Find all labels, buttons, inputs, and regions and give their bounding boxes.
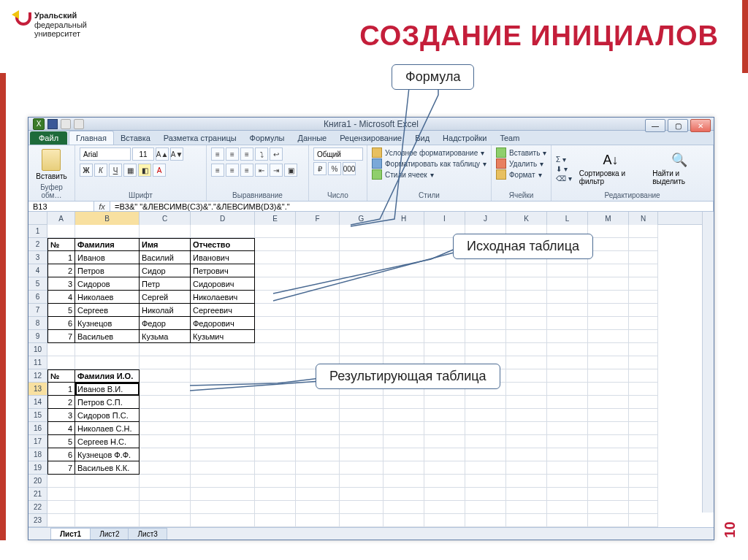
- cell[interactable]: Петров С.П.: [75, 396, 140, 409]
- cell[interactable]: Петров: [75, 264, 140, 277]
- cell[interactable]: [424, 317, 465, 330]
- cell[interactable]: [588, 409, 629, 422]
- cell[interactable]: [465, 422, 506, 435]
- cell[interactable]: [140, 369, 191, 383]
- cell[interactable]: [465, 448, 506, 461]
- cell[interactable]: [424, 291, 465, 304]
- cell[interactable]: [140, 383, 191, 396]
- cell[interactable]: [191, 488, 255, 501]
- minimize-button[interactable]: —: [645, 119, 665, 132]
- cell[interactable]: [47, 343, 75, 356]
- cell[interactable]: [340, 330, 383, 343]
- decrease-font-icon[interactable]: A▼: [170, 147, 183, 161]
- cell[interactable]: [547, 369, 588, 383]
- cell[interactable]: [588, 501, 629, 514]
- cell[interactable]: Сидоров П.С.: [75, 409, 140, 422]
- cell[interactable]: [191, 461, 255, 475]
- fill-button[interactable]: ⬇ ▾: [556, 165, 572, 173]
- cell[interactable]: [547, 356, 588, 369]
- cell[interactable]: [465, 277, 506, 291]
- cell[interactable]: Кузьмич: [191, 330, 255, 343]
- cell[interactable]: [340, 501, 383, 514]
- cell[interactable]: [191, 343, 255, 356]
- cell[interactable]: Отчество: [191, 238, 255, 251]
- cell[interactable]: [588, 291, 629, 304]
- column-header[interactable]: I: [424, 212, 465, 225]
- row-header[interactable]: 9: [28, 330, 47, 343]
- column-header[interactable]: F: [296, 212, 340, 225]
- cell[interactable]: [296, 396, 340, 409]
- orientation-icon[interactable]: ⤵: [255, 147, 268, 161]
- column-header[interactable]: N: [629, 212, 658, 225]
- cell[interactable]: [629, 383, 658, 396]
- cell[interactable]: [47, 475, 75, 488]
- cell[interactable]: [191, 396, 255, 409]
- cell[interactable]: [547, 330, 588, 343]
- cell[interactable]: [383, 448, 424, 461]
- cell[interactable]: 7: [47, 330, 75, 343]
- cell[interactable]: Федорович: [191, 317, 255, 330]
- row-header[interactable]: 1: [28, 225, 47, 238]
- italic-button[interactable]: К: [94, 164, 107, 177]
- cell[interactable]: [383, 225, 424, 238]
- align-top-icon[interactable]: ≡: [211, 147, 224, 161]
- cell[interactable]: [296, 435, 340, 448]
- cell[interactable]: [506, 501, 547, 514]
- name-box[interactable]: B13: [28, 202, 94, 211]
- row-header[interactable]: 17: [28, 435, 47, 448]
- cell[interactable]: [629, 225, 658, 238]
- align-bot-icon[interactable]: ≡: [240, 147, 253, 161]
- cell[interactable]: [383, 514, 424, 527]
- cell[interactable]: №: [47, 238, 75, 251]
- cell[interactable]: [255, 369, 296, 383]
- cell[interactable]: [629, 514, 658, 527]
- row-header[interactable]: 16: [28, 422, 47, 435]
- cell[interactable]: [191, 409, 255, 422]
- cell[interactable]: [629, 238, 658, 251]
- row-header[interactable]: 13: [28, 383, 47, 396]
- cell[interactable]: [191, 369, 255, 383]
- cell[interactable]: [465, 304, 506, 317]
- increase-font-icon[interactable]: A▲: [156, 147, 169, 161]
- cell[interactable]: [383, 304, 424, 317]
- excel-icon[interactable]: X: [33, 118, 45, 130]
- cell[interactable]: [506, 383, 547, 396]
- cell[interactable]: [296, 330, 340, 343]
- cell[interactable]: [296, 304, 340, 317]
- cell[interactable]: [547, 461, 588, 475]
- cell[interactable]: [296, 251, 340, 264]
- cell[interactable]: [465, 488, 506, 501]
- merge-icon[interactable]: ▣: [284, 164, 297, 177]
- cell[interactable]: [588, 251, 629, 264]
- cell[interactable]: [47, 488, 75, 501]
- cell[interactable]: [296, 317, 340, 330]
- format-cells-button[interactable]: Формат ▾: [496, 169, 542, 180]
- row-header[interactable]: 14: [28, 396, 47, 409]
- cell[interactable]: [547, 304, 588, 317]
- tab-view[interactable]: Вид: [408, 131, 436, 145]
- column-header[interactable]: J: [465, 212, 506, 225]
- cell[interactable]: [75, 475, 140, 488]
- cell[interactable]: [465, 291, 506, 304]
- tab-team[interactable]: Team: [493, 131, 526, 145]
- cell[interactable]: [255, 422, 296, 435]
- column-header[interactable]: A: [47, 212, 75, 225]
- redo-icon[interactable]: [74, 119, 84, 129]
- cell[interactable]: 6: [47, 317, 75, 330]
- border-button[interactable]: ▦: [123, 164, 137, 177]
- cell[interactable]: [547, 422, 588, 435]
- cell[interactable]: [383, 264, 424, 277]
- cell[interactable]: Сидоров: [75, 277, 140, 291]
- cell[interactable]: [629, 291, 658, 304]
- cell[interactable]: [629, 277, 658, 291]
- cell[interactable]: [255, 356, 296, 369]
- cell[interactable]: [255, 409, 296, 422]
- column-header[interactable]: L: [547, 212, 588, 225]
- cell[interactable]: [140, 396, 191, 409]
- sheet-tab-3[interactable]: Лист3: [128, 528, 167, 540]
- maximize-button[interactable]: ▢: [668, 119, 688, 132]
- cell[interactable]: [75, 225, 140, 238]
- row-header[interactable]: 3: [28, 251, 47, 264]
- cell[interactable]: [75, 356, 140, 369]
- cell[interactable]: [629, 396, 658, 409]
